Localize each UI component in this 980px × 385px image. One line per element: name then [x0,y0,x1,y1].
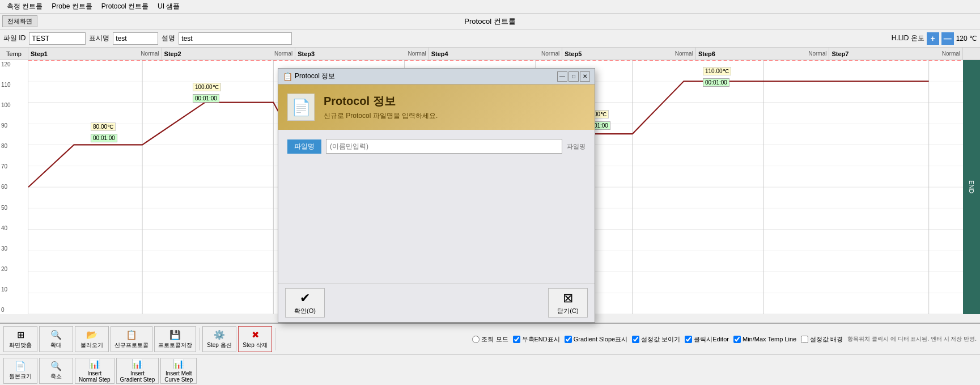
dialog-header-icon: 📄 [287,94,315,121]
open-icon: 📂 [86,329,97,340]
min-max-label: Min/Max Temp Line [743,336,796,342]
save-protocol-button[interactable]: 💾 프로토콜저장 [154,326,196,352]
menu-measurement[interactable]: 측정 컨트롤 [2,1,47,12]
zoom-out-icon: 🔍 [50,361,62,371]
insert-gradient-icon: 📊 [131,358,143,369]
step-delete-label: Step 삭제 [243,341,267,349]
gradient-slope-label: Gradient Slope표시 [574,335,627,344]
step-delete-icon: ✖ [252,329,259,340]
dialog-minimize-button[interactable]: — [557,71,567,82]
zoom-out-label: 축소 [50,373,62,380]
step3-header: Step3 Normal [295,48,429,60]
step-options-button[interactable]: ⚙️ Step 옵션 [202,326,236,352]
click-editor-input[interactable] [685,336,692,343]
save-icon: 💾 [169,329,181,340]
right-options: 조회 모드 우측END표시 Gradient Slope표시 설정값 보이기 클… [472,335,977,344]
zoom-in-label: 확대 [50,341,62,349]
view-mode-input[interactable] [472,336,480,343]
setval-bg-input[interactable] [801,336,808,343]
insert-melt-icon: 📊 [173,358,184,369]
dialog-title-icon: 📋 [283,72,292,81]
hlid-label: H.LID 온도 [892,33,924,43]
zoom-in-button[interactable]: 🔍 확대 [39,326,73,352]
open-button[interactable]: 📂 불러오기 [75,326,109,352]
dialog-confirm-button[interactable]: ✔ 확인(O) [285,288,325,318]
file-id-label: 파일 ID [3,33,26,43]
copy-button[interactable]: 📄 원본크기 [3,358,37,384]
step-delete-button[interactable]: ✖ Step 삭제 [238,326,272,352]
desc-label: 설명 [162,33,175,43]
dialog-filename-input[interactable] [326,139,562,154]
right-end-checkbox[interactable]: 우측END표시 [513,335,560,344]
cancel-icon: ⊠ [563,291,573,306]
step2-temp-label: 100.00℃ [193,83,221,91]
fit-icon: ⊞ [17,329,24,340]
step7-temp-label: 110.00℃ [703,67,731,75]
menu-probe[interactable]: Probe 컨트롤 [47,1,96,12]
new-protocol-button[interactable]: 📋 신규프로토콜 [111,326,152,352]
fit-label: 화면맞춤 [9,341,32,349]
show-setval-checkbox[interactable]: 설정값 보이기 [632,335,680,344]
fit-screen-button[interactable]: ⊞ 화면맞춤 [3,326,37,352]
open-label: 불러오기 [80,341,103,349]
dialog-spacer [287,160,586,274]
gradient-slope-checkbox[interactable]: Gradient Slope표시 [565,335,627,344]
display-name-input[interactable] [113,32,158,45]
show-setval-input[interactable] [632,336,639,343]
cancel-label: 닫기(C) [557,307,578,315]
dialog-field-label: 파일명 [287,139,321,154]
insert-melt-button[interactable]: 📊 Insert Melt Curve Step [160,358,197,384]
dialog-header-text: Protocol 정보 신규로 Protocol 파일명을 입력하세요. [324,94,438,121]
menu-ui[interactable]: UI 샘플 [153,1,184,12]
confirm-label: 확인(O) [294,307,316,315]
right-end-input[interactable] [513,336,520,343]
hlid-plus-button[interactable]: + [927,32,939,45]
step4-header: Step4 Normal [429,48,563,60]
setval-bg-checkbox[interactable]: 설정값 배경 [801,335,843,344]
insert-gradient-label: Insert Gradient Step [120,370,155,383]
insert-gradient-button[interactable]: 📊 Insert Gradient Step [116,358,159,384]
dialog-footer: ✔ 확인(O) ⊠ 닫기(C) [278,283,595,322]
save-label: 프로토콜저장 [158,341,192,349]
step-header: Temp Step1 Normal Step2 Normal Step3 Nor… [0,48,980,60]
new-protocol-icon: 📋 [126,329,137,340]
zoom-out-button[interactable]: 🔍 축소 [39,358,73,384]
show-setval-label: 설정값 보이기 [641,335,680,344]
click-editor-checkbox[interactable]: 클릭시Editor [685,335,729,344]
dialog-close-button[interactable]: ✕ [580,71,590,82]
menu-protocol[interactable]: Protocol 컨트롤 [97,1,153,12]
desc-input[interactable] [179,32,292,45]
protocol-info-dialog: 📋 Protocol 정보 — □ ✕ 📄 Protocol 정보 신규로 Pr… [278,68,595,323]
hlid-section: H.LID 온도 + — 120 ℃ [892,32,977,45]
dialog-field-hint: 파일명 [567,142,586,151]
bottom-toolbar: ⊞ 화면맞춤 🔍 확대 📂 불러오기 📋 신규프로토콜 💾 프로토콜저장 ⚙️ … [0,323,980,385]
dialog-body: 파일명 파일명 [278,130,595,283]
step2-header: Step2 Normal [162,48,296,60]
display-name-label: 표시명 [89,33,109,43]
min-max-checkbox[interactable]: Min/Max Temp Line [733,336,796,343]
insert-normal-button[interactable]: 📊 Insert Normal Step [75,358,114,384]
click-editor-label: 클릭시Editor [694,335,729,344]
step-options-label: Step 옵션 [207,341,231,349]
view-mode-radio[interactable]: 조회 모드 [472,335,508,344]
dialog-maximize-button[interactable]: □ [569,71,579,82]
insert-melt-label: Insert Melt Curve Step [164,370,193,383]
fullscreen-button[interactable]: 전체화면 [2,15,37,27]
step7-time-label: 00:01:00 [703,78,729,87]
view-mode-label: 조회 모드 [481,335,508,344]
hlid-minus-button[interactable]: — [941,32,954,45]
zoom-in-icon: 🔍 [50,329,62,340]
dialog-header-title: Protocol 정보 [324,94,438,109]
step2-time-label: 00:01:00 [193,94,219,103]
step1-temp-label: 80.00℃ [91,122,116,131]
gradient-slope-input[interactable] [565,336,572,343]
insert-normal-label: Insert Normal Step [79,370,111,383]
temp-col-header: Temp [0,48,28,60]
hint-text: 항목위치 클릭시 에 디터 표시됨. 엔터 시 저장 반영. [847,335,977,343]
step1-header: Step1 Normal [28,48,162,60]
end-col-header [963,48,980,60]
file-id-input[interactable] [29,32,86,45]
dialog-cancel-button[interactable]: ⊠ 닫기(C) [548,288,588,318]
title-bar: 전체화면 Protocol 컨트롤 [0,14,980,29]
min-max-input[interactable] [733,336,741,343]
